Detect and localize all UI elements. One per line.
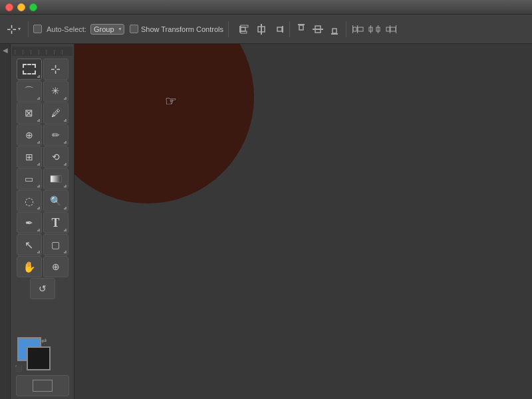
align-horizontal-centers-button[interactable] — [254, 22, 269, 37]
group-dropdown[interactable]: GroupLayer — [90, 24, 124, 35]
move-tool-dropdown-arrow[interactable]: ▾ — [18, 26, 21, 32]
quick-mask-button[interactable] — [16, 375, 69, 396]
maximize-button[interactable] — [29, 3, 37, 11]
toolbar-separator-dist — [346, 21, 346, 37]
show-transform-checkbox[interactable] — [130, 25, 138, 33]
path-selection-icon: ↖ — [25, 239, 33, 251]
eyedropper-tool-button[interactable]: 🖉 — [43, 102, 68, 124]
svg-rect-26 — [51, 176, 61, 182]
corner-mark-blur — [37, 207, 40, 209]
show-transform-area: Show Transform Controls — [130, 25, 223, 33]
toolbar-separator-align — [289, 21, 290, 37]
hand-tool-icon: ✋ — [23, 261, 36, 273]
tool-row-1: ⊹ — [12, 59, 72, 80]
background-color-swatch[interactable] — [27, 346, 51, 370]
align-right-edges-button[interactable] — [271, 22, 285, 37]
crop-tool-icon: ⊠ — [25, 107, 33, 119]
shape-tool-icon: ▢ — [51, 239, 60, 250]
type-tool-button[interactable]: T — [43, 212, 68, 233]
marquee-tool-button[interactable] — [17, 59, 42, 80]
pen-tool-button[interactable]: ✒ — [17, 212, 42, 233]
gradient-tool-icon — [50, 174, 62, 184]
svg-rect-10 — [313, 29, 323, 30]
tool-row-quickmask — [12, 375, 72, 396]
dodge-tool-icon: 🔍 — [50, 196, 61, 206]
sidebar-toggle[interactable]: ◀ — [0, 44, 11, 399]
auto-select-label: Auto-Select: — [47, 25, 86, 33]
rotate-view-button[interactable]: ↺ — [30, 278, 55, 299]
auto-select-checkbox[interactable] — [33, 25, 42, 33]
type-tool-icon: T — [51, 216, 59, 230]
alignment-icons — [237, 21, 398, 37]
close-button[interactable] — [5, 3, 13, 11]
hand-tool-button[interactable]: ✋ — [17, 256, 42, 277]
blur-tool-button[interactable]: ◌ — [17, 190, 42, 211]
toolbox: | | | | | | | ⊹ ⌒ ✳ ⊠ — [11, 44, 74, 399]
corner-mark-shape — [64, 251, 66, 253]
svg-rect-17 — [358, 27, 363, 31]
toolbar-separator-1 — [28, 21, 29, 37]
dark-circle-overlay — [74, 44, 254, 203]
svg-rect-16 — [353, 27, 356, 31]
eraser-tool-icon: ▭ — [25, 174, 33, 184]
show-transform-label: Show Transform Controls — [141, 25, 223, 33]
corner-mark-heal — [37, 141, 40, 144]
distribute-horizontal-centers-button[interactable] — [367, 22, 382, 37]
brush-tool-icon: ✏ — [52, 130, 60, 140]
align-left-edges-button[interactable] — [237, 22, 252, 37]
lasso-tool-button[interactable]: ⌒ — [17, 80, 42, 102]
quick-mask-icon — [33, 380, 53, 392]
tool-row-9: ↖ ▢ — [12, 234, 72, 255]
corner-mark-crop — [37, 119, 40, 122]
svg-rect-1 — [241, 27, 245, 31]
svg-rect-9 — [299, 25, 303, 30]
corner-mark-brush — [64, 141, 66, 144]
svg-rect-2 — [241, 25, 248, 27]
svg-rect-7 — [277, 27, 282, 31]
shape-tool-button[interactable]: ▢ — [43, 234, 68, 255]
stamp-tool-button[interactable]: ⊞ — [17, 146, 42, 168]
move-tool-button-sidebar[interactable]: ⊹ — [43, 59, 68, 80]
distribute-left-edges-button[interactable] — [350, 22, 365, 37]
zoom-tool-button[interactable]: ⊕ — [43, 256, 68, 277]
healing-brush-button[interactable]: ⊕ — [17, 124, 42, 146]
minimize-button[interactable] — [17, 3, 25, 11]
group-dropdown-wrapper: GroupLayer — [90, 24, 124, 35]
magic-wand-tool-button[interactable]: ✳ — [43, 80, 68, 102]
move-tool-sidebar-icon: ⊹ — [51, 62, 61, 76]
ruler-marks: | | | | | | | — [15, 49, 65, 54]
corner-mark-stamp — [37, 163, 40, 166]
corner-mark-hist — [64, 163, 66, 166]
corner-mark-dodge — [64, 207, 66, 209]
corner-mark-eraser — [37, 185, 40, 188]
brush-tool-button[interactable]: ✏ — [43, 124, 68, 146]
eraser-tool-button[interactable]: ▭ — [17, 168, 42, 190]
stamp-tool-icon: ⊞ — [25, 152, 33, 162]
corner-mark-path — [37, 251, 40, 253]
move-tool-button[interactable]: ⊹ ▾ — [4, 20, 23, 39]
distribute-right-edges-button[interactable] — [384, 22, 398, 37]
history-brush-button[interactable]: ⟲ — [43, 146, 68, 168]
sidebar-toggle-icon: ◀ — [3, 47, 8, 54]
canvas-area[interactable]: ☞ — [74, 44, 532, 399]
color-swatches: ⇄ ⬛ — [12, 334, 72, 374]
svg-rect-3 — [241, 31, 247, 33]
healing-brush-icon: ⊕ — [25, 130, 33, 140]
align-top-edges-button[interactable] — [294, 22, 309, 37]
eyedropper-icon: 🖉 — [51, 108, 61, 118]
tool-row-2: ⌒ ✳ — [12, 80, 72, 102]
align-vertical-centers-button[interactable] — [311, 22, 325, 37]
corner-mark-wand — [64, 97, 66, 100]
corner-mark-pen — [37, 229, 40, 231]
path-selection-button[interactable]: ↖ — [17, 234, 42, 255]
tool-row-11: ↺ — [12, 278, 72, 299]
swap-colors-icon[interactable]: ⇄ — [41, 337, 47, 344]
align-bottom-edges-button[interactable] — [327, 22, 342, 37]
gradient-tool-button[interactable] — [43, 168, 68, 190]
reset-colors-icon[interactable]: ⬛ — [15, 365, 22, 372]
corner-mark-grad — [64, 185, 66, 188]
crop-tool-button[interactable]: ⊠ — [17, 102, 42, 124]
dodge-tool-button[interactable]: 🔍 — [43, 190, 68, 211]
svg-rect-18 — [370, 25, 371, 33]
svg-rect-13 — [332, 29, 336, 33]
